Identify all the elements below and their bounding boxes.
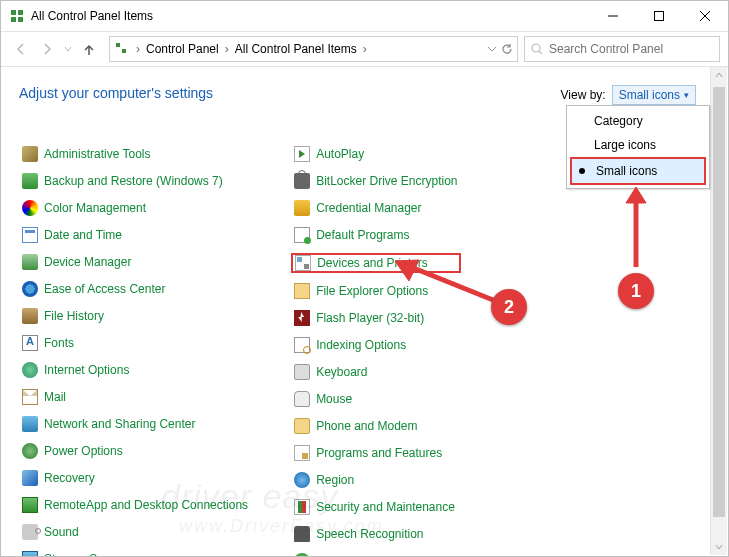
- scrollbar-thumb[interactable]: [713, 87, 725, 517]
- cpl-item-modem[interactable]: Phone and Modem: [291, 417, 460, 435]
- region-icon: [294, 472, 310, 488]
- fonts-icon: [22, 335, 38, 351]
- cpl-item-sync[interactable]: Sync Center: [291, 552, 460, 557]
- cpl-item-label: Flash Player (32-bit): [316, 311, 424, 325]
- view-by-value: Small icons: [619, 88, 680, 102]
- cpl-item-recovery[interactable]: Recovery: [19, 469, 251, 487]
- dropdown-item-small-icons[interactable]: Small icons: [570, 157, 706, 185]
- cpl-item-label: Date and Time: [44, 228, 122, 242]
- scroll-down-button[interactable]: [711, 539, 727, 555]
- cpl-item-filehist[interactable]: File History: [19, 307, 251, 325]
- security-icon: [294, 499, 310, 515]
- tools-icon: [22, 146, 38, 162]
- keyboard-icon: [294, 364, 310, 380]
- cpl-item-power[interactable]: Power Options: [19, 442, 251, 460]
- search-icon: [531, 43, 543, 55]
- cpl-item-label: Administrative Tools: [44, 147, 151, 161]
- search-box[interactable]: [524, 36, 720, 62]
- search-input[interactable]: [547, 41, 713, 57]
- cpl-item-keyboard[interactable]: Keyboard: [291, 363, 460, 381]
- cpl-item-label: Fonts: [44, 336, 74, 350]
- dropdown-item-category[interactable]: Category: [570, 109, 706, 133]
- breadcrumb-control-panel[interactable]: Control Panel: [142, 42, 223, 56]
- vertical-scrollbar[interactable]: [710, 67, 727, 555]
- cpl-item-security[interactable]: Security and Maintenance: [291, 498, 460, 516]
- view-by-label: View by:: [561, 88, 606, 102]
- chevron-right-icon[interactable]: ›: [223, 42, 231, 56]
- cpl-item-remote[interactable]: RemoteApp and Desktop Connections: [19, 496, 251, 514]
- cpl-item-mail[interactable]: Mail: [19, 388, 251, 406]
- cpl-item-label: Mail: [44, 390, 66, 404]
- flash-icon: [294, 310, 310, 326]
- cpl-item-label: Keyboard: [316, 365, 367, 379]
- svg-point-5: [532, 44, 540, 52]
- cpl-item-label: Power Options: [44, 444, 123, 458]
- breadcrumb-all-items[interactable]: All Control Panel Items: [231, 42, 361, 56]
- chevron-right-icon[interactable]: ›: [361, 42, 369, 56]
- cpl-item-date[interactable]: Date and Time: [19, 226, 251, 244]
- minimize-button[interactable]: [590, 1, 636, 31]
- cpl-item-storage[interactable]: Storage Spaces: [19, 550, 251, 557]
- refresh-icon[interactable]: [501, 43, 513, 55]
- view-by-selector[interactable]: Small icons ▾: [612, 85, 696, 105]
- cpl-item-label: Phone and Modem: [316, 419, 417, 433]
- navigation-bar: › Control Panel › All Control Panel Item…: [1, 32, 728, 67]
- cpl-item-speech[interactable]: Speech Recognition: [291, 525, 460, 543]
- cpl-item-label: Recovery: [44, 471, 95, 485]
- cpl-item-tools[interactable]: Administrative Tools: [19, 145, 251, 163]
- view-by-dropdown: Category Large icons Small icons: [566, 105, 710, 189]
- cpl-item-index[interactable]: Indexing Options: [291, 336, 460, 354]
- cpl-item-mouse[interactable]: Mouse: [291, 390, 460, 408]
- cpl-item-internet[interactable]: Internet Options: [19, 361, 251, 379]
- cpl-item-fileexp[interactable]: File Explorer Options: [291, 282, 460, 300]
- scroll-up-button[interactable]: [711, 67, 727, 83]
- cpl-item-sound[interactable]: Sound: [19, 523, 251, 541]
- cpl-item-devprint[interactable]: Devices and Printers: [291, 253, 460, 273]
- cpl-item-label: Security and Maintenance: [316, 500, 455, 514]
- cpl-item-label: Region: [316, 473, 354, 487]
- cpl-item-programs[interactable]: Programs and Features: [291, 444, 460, 462]
- date-icon: [22, 227, 38, 243]
- history-dropdown-button[interactable]: [61, 37, 75, 61]
- modem-icon: [294, 418, 310, 434]
- cpl-item-autoplay[interactable]: AutoPlay: [291, 145, 460, 163]
- ease-icon: [22, 281, 38, 297]
- cpl-item-network[interactable]: Network and Sharing Center: [19, 415, 251, 433]
- cpl-item-region[interactable]: Region: [291, 471, 460, 489]
- cpl-item-flash[interactable]: Flash Player (32-bit): [291, 309, 460, 327]
- back-button[interactable]: [9, 37, 33, 61]
- cpl-item-bitlocker[interactable]: BitLocker Drive Encryption: [291, 172, 460, 190]
- autoplay-icon: [294, 146, 310, 162]
- cpl-item-cred[interactable]: Credential Manager: [291, 199, 460, 217]
- chevron-down-icon[interactable]: [487, 44, 497, 54]
- up-button[interactable]: [77, 37, 101, 61]
- remote-icon: [22, 497, 38, 513]
- cpl-item-label: Internet Options: [44, 363, 129, 377]
- cpl-item-device[interactable]: Device Manager: [19, 253, 251, 271]
- cred-icon: [294, 200, 310, 216]
- cpl-item-label: Speech Recognition: [316, 527, 423, 541]
- address-bar[interactable]: › Control Panel › All Control Panel Item…: [109, 36, 518, 62]
- programs-icon: [294, 445, 310, 461]
- cpl-item-fonts[interactable]: Fonts: [19, 334, 251, 352]
- cpl-item-label: Device Manager: [44, 255, 131, 269]
- cpl-item-color[interactable]: Color Management: [19, 199, 251, 217]
- titlebar: All Control Panel Items: [1, 1, 728, 32]
- cpl-item-ease[interactable]: Ease of Access Center: [19, 280, 251, 298]
- cpl-item-label: Mouse: [316, 392, 352, 406]
- dropdown-item-large-icons[interactable]: Large icons: [570, 133, 706, 157]
- cpl-item-label: File History: [44, 309, 104, 323]
- maximize-button[interactable]: [636, 1, 682, 31]
- cpl-item-default[interactable]: Default Programs: [291, 226, 460, 244]
- window-frame: All Control Panel Items › Control Panel …: [0, 0, 729, 557]
- window-title: All Control Panel Items: [31, 9, 590, 23]
- cpl-item-backup[interactable]: Backup and Restore (Windows 7): [19, 172, 251, 190]
- close-button[interactable]: [682, 1, 728, 31]
- backup-icon: [22, 173, 38, 189]
- sync-icon: [294, 553, 310, 557]
- mouse-icon: [294, 391, 310, 407]
- forward-button[interactable]: [35, 37, 59, 61]
- chevron-right-icon[interactable]: ›: [134, 42, 142, 56]
- cpl-item-label: Sound: [44, 525, 79, 539]
- filehist-icon: [22, 308, 38, 324]
